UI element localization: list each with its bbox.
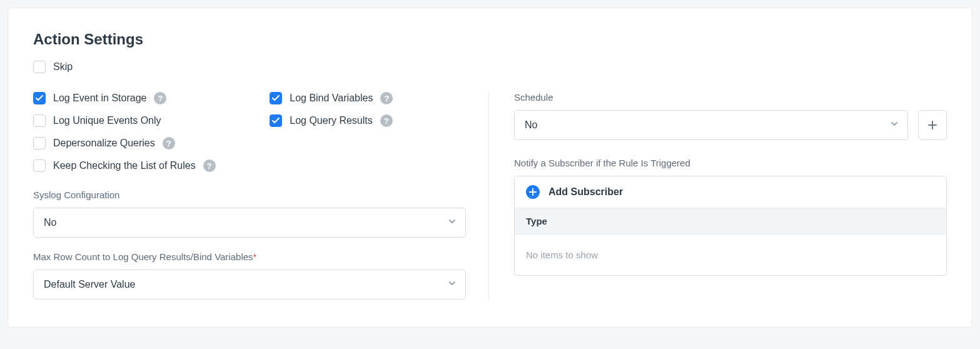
subscriber-empty: No items to show <box>515 234 946 275</box>
plus-circle-icon <box>526 185 540 199</box>
schedule-field: Schedule No <box>514 92 947 140</box>
max-rows-label: Max Row Count to Log Query Results/Bind … <box>33 251 466 262</box>
syslog-label: Syslog Configuration <box>33 190 466 200</box>
check-column-1: Log Event in Storage ? Log Unique Events… <box>33 92 240 172</box>
chevron-down-icon <box>448 279 457 290</box>
chevron-down-icon <box>890 119 899 131</box>
skip-checkbox[interactable] <box>33 61 46 73</box>
plus-icon <box>928 118 937 133</box>
log-bind-label: Log Bind Variables <box>290 93 373 104</box>
help-icon[interactable]: ? <box>154 92 166 104</box>
schedule-label: Schedule <box>514 92 947 103</box>
check-column-2: Log Bind Variables ? Log Query Results ? <box>270 92 466 172</box>
left-column: Log Event in Storage ? Log Unique Events… <box>33 92 489 300</box>
help-icon[interactable]: ? <box>203 159 216 172</box>
log-event-checkbox[interactable] <box>33 92 46 104</box>
add-subscriber-button[interactable]: Add Subscriber <box>515 176 946 208</box>
notify-label: Notify a Subscriber if the Rule Is Trigg… <box>514 158 947 168</box>
log-unique-label: Log Unique Events Only <box>53 115 161 126</box>
keep-checking-checkbox[interactable] <box>33 159 46 172</box>
schedule-value: No <box>525 119 537 131</box>
log-event-label: Log Event in Storage <box>53 93 146 104</box>
section-title: Action Settings <box>33 31 947 48</box>
columns: Log Event in Storage ? Log Unique Events… <box>33 92 947 300</box>
keep-checking-label: Keep Checking the List of Rules <box>53 160 196 171</box>
subscriber-table: Add Subscriber Type No items to show <box>514 176 947 276</box>
log-unique-row: Log Unique Events Only <box>33 114 240 127</box>
skip-row: Skip <box>33 61 947 73</box>
chevron-down-icon <box>448 217 457 228</box>
right-column: Schedule No Notify a <box>514 92 947 300</box>
add-schedule-button[interactable] <box>918 110 947 140</box>
max-rows-field: Max Row Count to Log Query Results/Bind … <box>33 251 466 300</box>
syslog-select[interactable]: No <box>33 208 466 238</box>
depersonalize-row: Depersonalize Queries ? <box>33 137 240 149</box>
log-event-row: Log Event in Storage ? <box>33 92 240 104</box>
syslog-field: Syslog Configuration No <box>33 190 466 238</box>
depersonalize-checkbox[interactable] <box>33 137 46 149</box>
depersonalize-label: Depersonalize Queries <box>53 138 155 149</box>
log-bind-row: Log Bind Variables ? <box>270 92 466 104</box>
skip-label: Skip <box>53 61 73 73</box>
syslog-value: No <box>44 217 56 228</box>
max-rows-select[interactable]: Default Server Value <box>33 270 466 300</box>
help-icon[interactable]: ? <box>163 137 175 149</box>
add-subscriber-label: Add Subscriber <box>548 186 623 198</box>
subscriber-type-header: Type <box>515 208 946 234</box>
notify-block: Notify a Subscriber if the Rule Is Trigg… <box>514 158 947 276</box>
log-unique-checkbox[interactable] <box>33 114 46 127</box>
keep-checking-row: Keep Checking the List of Rules ? <box>33 159 240 172</box>
schedule-select[interactable]: No <box>514 110 908 140</box>
action-settings-card: Action Settings Skip Log Event in Storag… <box>8 8 972 328</box>
log-query-label: Log Query Results <box>290 115 373 126</box>
max-rows-value: Default Server Value <box>44 279 135 290</box>
log-bind-checkbox[interactable] <box>270 92 282 104</box>
log-query-row: Log Query Results ? <box>270 114 466 127</box>
help-icon[interactable]: ? <box>380 114 393 127</box>
log-query-checkbox[interactable] <box>270 114 282 127</box>
help-icon[interactable]: ? <box>380 92 393 104</box>
